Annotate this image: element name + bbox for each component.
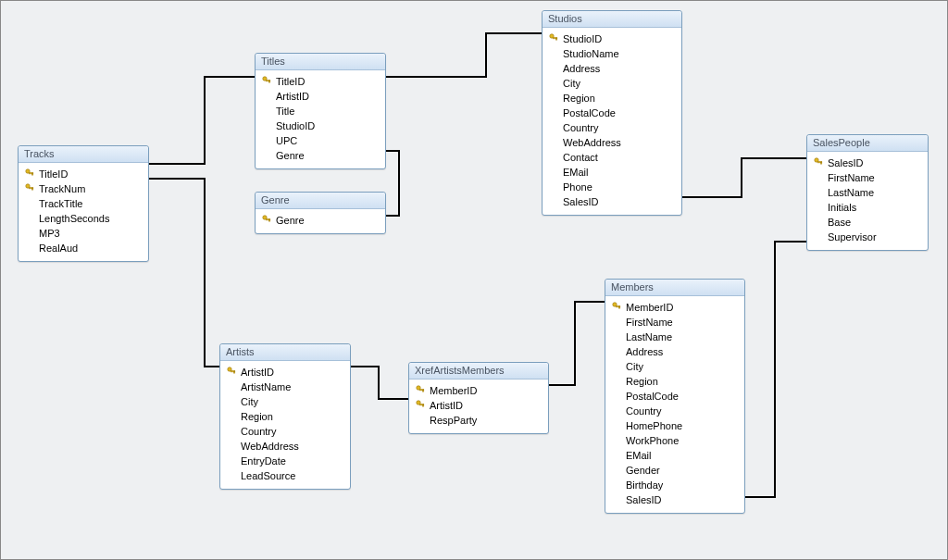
field-row[interactable]: Base <box>813 215 922 230</box>
field-label: Address <box>626 345 663 359</box>
field-label: StudioID <box>563 32 602 46</box>
field-row[interactable]: ArtistID <box>261 89 380 104</box>
connector-studios-salespeople <box>680 158 806 197</box>
field-row[interactable]: Initials <box>813 200 922 215</box>
field-label: Region <box>563 92 595 106</box>
field-row[interactable]: ArtistName <box>226 380 344 394</box>
table-body-studios: StudioIDStudioNameAddressCityRegionPosta… <box>543 28 681 215</box>
field-label: LeadSource <box>241 469 295 483</box>
field-row[interactable]: ArtistID <box>226 365 344 380</box>
table-members[interactable]: MembersMemberIDFirstNameLastNameAddressC… <box>605 279 745 514</box>
field-label: Base <box>828 216 851 230</box>
svg-rect-23 <box>423 390 424 391</box>
field-row[interactable]: Address <box>548 61 676 76</box>
table-salespeople[interactable]: SalesPeopleSalesIDFirstNameLastNameIniti… <box>806 134 929 251</box>
table-tracks[interactable]: TracksTitleIDTrackNumTrackTitleLengthSec… <box>18 145 149 262</box>
table-genre[interactable]: GenreGenre <box>255 192 386 234</box>
field-label: Country <box>241 425 277 439</box>
field-row[interactable]: SalesID <box>548 194 676 209</box>
table-header-xref[interactable]: XrefArtistsMembers <box>409 363 548 380</box>
field-row[interactable]: MemberID <box>415 383 543 398</box>
field-row[interactable]: City <box>226 394 344 409</box>
field-label: City <box>563 77 580 91</box>
field-row[interactable]: MP3 <box>24 226 143 241</box>
field-label: MemberID <box>430 384 477 398</box>
table-header-genre[interactable]: Genre <box>256 193 385 209</box>
field-row[interactable]: WebAddress <box>226 439 344 454</box>
field-row[interactable]: City <box>611 359 739 374</box>
table-body-salespeople: SalesIDFirstNameLastNameInitialsBaseSupe… <box>807 152 928 250</box>
field-row[interactable]: City <box>548 76 676 91</box>
primary-key-icon <box>415 384 426 398</box>
field-row[interactable]: EMail <box>548 165 676 180</box>
field-row[interactable]: HomePhone <box>611 418 739 433</box>
field-row[interactable]: Birthday <box>611 478 739 492</box>
field-row[interactable]: MemberID <box>611 300 739 315</box>
field-row[interactable]: Contact <box>548 150 676 165</box>
field-row[interactable]: Country <box>548 120 676 135</box>
field-row[interactable]: Genre <box>261 148 380 163</box>
field-row[interactable]: EMail <box>611 448 739 463</box>
field-label: Initials <box>828 201 856 215</box>
field-row[interactable]: Supervisor <box>813 230 922 244</box>
field-label: TitleID <box>276 75 305 89</box>
field-row[interactable]: RealAud <box>24 241 143 255</box>
field-row[interactable]: Region <box>611 374 739 389</box>
field-row[interactable]: StudioID <box>261 118 380 133</box>
field-label: StudioName <box>563 47 619 61</box>
field-row[interactable]: Title <box>261 104 380 118</box>
field-row[interactable]: LastName <box>611 330 739 344</box>
field-row[interactable]: WorkPhone <box>611 433 739 448</box>
table-body-xref: MemberIDArtistIDRespParty <box>409 380 548 433</box>
field-row[interactable]: SalesID <box>611 492 739 507</box>
field-row[interactable]: Country <box>226 424 344 439</box>
table-header-studios[interactable]: Studios <box>543 11 681 28</box>
field-row[interactable]: LeadSource <box>226 468 344 483</box>
field-row[interactable]: TrackTitle <box>24 196 143 211</box>
field-row[interactable]: WebAddress <box>548 135 676 150</box>
field-label: WebAddress <box>241 440 299 454</box>
field-row[interactable]: PostalCode <box>611 389 739 404</box>
field-row[interactable]: TitleID <box>261 74 380 89</box>
field-row[interactable]: UPC <box>261 133 380 148</box>
field-row[interactable]: RespParty <box>415 413 543 428</box>
field-row[interactable]: LastName <box>813 185 922 200</box>
field-row[interactable]: Gender <box>611 463 739 478</box>
table-header-titles[interactable]: Titles <box>256 54 385 70</box>
table-body-genre: Genre <box>256 209 385 233</box>
table-header-tracks[interactable]: Tracks <box>19 146 148 163</box>
field-row[interactable]: ArtistID <box>415 398 543 413</box>
table-header-members[interactable]: Members <box>605 280 744 296</box>
table-header-salespeople[interactable]: SalesPeople <box>807 135 928 152</box>
table-artists[interactable]: ArtistsArtistIDArtistNameCityRegionCount… <box>219 343 351 490</box>
field-label: TitleID <box>39 168 68 181</box>
field-row[interactable]: Address <box>611 344 739 359</box>
svg-rect-5 <box>32 188 33 189</box>
field-row[interactable]: Region <box>226 409 344 424</box>
connector-tracks-titles <box>147 77 255 164</box>
field-row[interactable]: FirstName <box>611 315 739 330</box>
field-row[interactable]: Country <box>611 404 739 418</box>
field-row[interactable]: LengthSeconds <box>24 211 143 226</box>
field-row[interactable]: SalesID <box>813 156 922 170</box>
field-row[interactable]: StudioName <box>548 46 676 61</box>
field-row[interactable]: PostalCode <box>548 106 676 120</box>
field-row[interactable]: EntryDate <box>226 454 344 468</box>
field-row[interactable]: Region <box>548 91 676 106</box>
primary-key-icon <box>226 366 237 380</box>
field-row[interactable]: TitleID <box>24 167 143 181</box>
table-titles[interactable]: TitlesTitleIDArtistIDTitleStudioIDUPCGen… <box>255 53 386 169</box>
field-row[interactable]: StudioID <box>548 31 676 46</box>
table-header-artists[interactable]: Artists <box>220 344 350 361</box>
table-studios[interactable]: StudiosStudioIDStudioNameAddressCityRegi… <box>542 10 682 216</box>
field-label: City <box>241 395 258 409</box>
diagram-canvas: TracksTitleIDTrackNumTrackTitleLengthSec… <box>0 0 948 560</box>
primary-key-icon <box>261 75 272 89</box>
field-row[interactable]: TrackNum <box>24 181 143 196</box>
field-label: EMail <box>563 166 589 180</box>
field-row[interactable]: Phone <box>548 180 676 194</box>
field-label: SalesID <box>626 493 662 507</box>
field-row[interactable]: FirstName <box>813 170 922 185</box>
table-xref[interactable]: XrefArtistsMembersMemberIDArtistIDRespPa… <box>408 362 549 434</box>
field-row[interactable]: Genre <box>261 213 380 228</box>
